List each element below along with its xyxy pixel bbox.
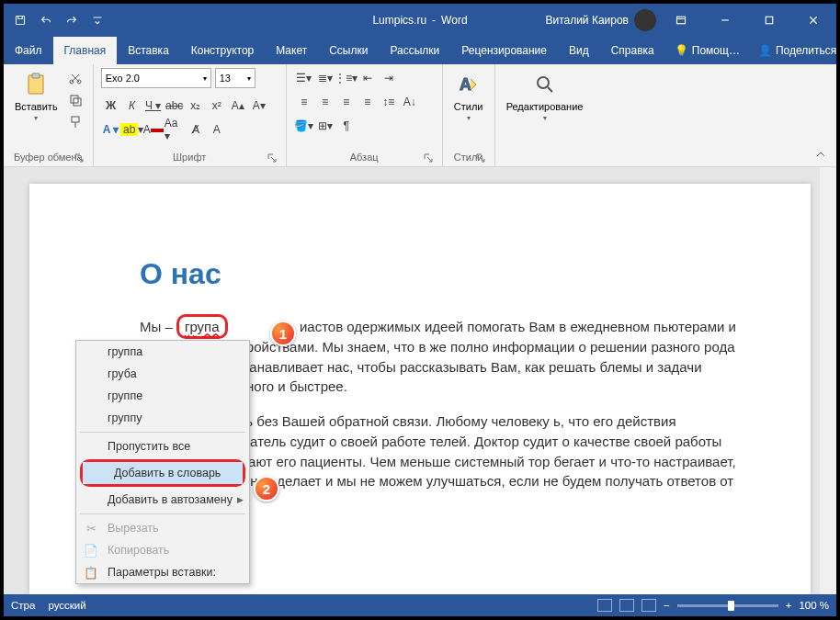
close-button[interactable]: [794, 4, 833, 37]
tab-mailings[interactable]: Рассылки: [379, 37, 450, 64]
svg-rect-4: [32, 73, 40, 78]
tab-review[interactable]: Рецензирование: [450, 37, 558, 64]
add-to-autocorrect-item[interactable]: Добавить в автозамену ▶: [76, 489, 249, 511]
superscript-button[interactable]: x²: [207, 96, 227, 116]
tab-view[interactable]: Вид: [558, 37, 600, 64]
font-color-button[interactable]: A: [143, 119, 164, 140]
quick-access-toolbar: [4, 9, 114, 31]
maximize-button[interactable]: [750, 4, 789, 37]
font-name-combo[interactable]: Exo 2.0▾: [101, 68, 211, 88]
highlight-button[interactable]: ab▾: [122, 119, 142, 140]
autosave-icon[interactable]: [9, 9, 31, 31]
underline-button[interactable]: Ч ▾: [143, 96, 164, 116]
align-left-button[interactable]: ≡: [294, 92, 314, 112]
change-case-button[interactable]: Aa ▾: [165, 119, 185, 140]
zoom-in-button[interactable]: +: [786, 600, 792, 611]
minimize-button[interactable]: [706, 4, 744, 37]
format-painter-icon[interactable]: [65, 112, 85, 132]
paste-button[interactable]: Вставить ▾: [11, 68, 62, 124]
font-size-combo[interactable]: 13▾: [215, 68, 255, 88]
ignore-all-item[interactable]: Пропустить все: [76, 435, 249, 457]
misspelled-word[interactable]: група: [176, 314, 228, 339]
phonetic-guide-button[interactable]: A: [207, 119, 227, 140]
ribbon: Вставить ▾ Буфер обмена Exo 2.0▾ 13▾ Ж К…: [4, 64, 836, 167]
show-marks-button[interactable]: ¶: [336, 116, 357, 136]
decrease-indent-button[interactable]: ⇤: [358, 68, 378, 88]
zoom-out-button[interactable]: −: [664, 600, 670, 611]
tab-home[interactable]: Главная: [53, 37, 118, 64]
shading-button[interactable]: 🪣▾: [294, 116, 314, 136]
vertical-scrollbar[interactable]: [820, 167, 836, 594]
collapse-ribbon-icon[interactable]: [814, 148, 829, 163]
styles-button[interactable]: A Стили ▾: [450, 68, 487, 124]
suggestion-item[interactable]: группа: [76, 341, 249, 363]
zoom-level[interactable]: 100 %: [799, 600, 829, 611]
group-styles: A Стили ▾ Стили: [443, 64, 495, 166]
heading: О нас: [140, 257, 737, 291]
align-right-button[interactable]: ≡: [336, 92, 357, 112]
zoom-slider[interactable]: [677, 604, 778, 607]
copy-icon[interactable]: [65, 90, 85, 110]
title-bar: Lumpics.ru - Word Виталий Каиров: [4, 4, 836, 37]
tell-me-button[interactable]: 💡Помощ…: [665, 37, 749, 64]
read-mode-icon[interactable]: [597, 599, 612, 612]
svg-rect-0: [17, 17, 25, 25]
add-to-dictionary-item[interactable]: Добавить в словарь: [83, 462, 243, 484]
highlighted-menu-item: Добавить в словарь: [80, 459, 245, 487]
web-layout-icon[interactable]: [641, 599, 656, 612]
undo-icon[interactable]: [35, 9, 57, 31]
align-center-button[interactable]: ≡: [315, 92, 335, 112]
app-name: Word: [441, 14, 467, 27]
text-effects-button[interactable]: A ▾: [101, 119, 121, 140]
tab-references[interactable]: Ссылки: [318, 37, 379, 64]
dialog-launcher-icon[interactable]: [74, 153, 84, 163]
print-layout-icon[interactable]: [619, 599, 634, 612]
dialog-launcher-icon[interactable]: [476, 153, 485, 163]
dialog-launcher-icon[interactable]: [424, 153, 433, 163]
numbering-button[interactable]: ≣▾: [315, 68, 335, 88]
dialog-launcher-icon[interactable]: [267, 153, 277, 163]
user-avatar-icon[interactable]: [634, 9, 656, 31]
callout-2: 2: [254, 476, 279, 502]
italic-button[interactable]: К: [122, 96, 142, 116]
bullets-button[interactable]: ☰▾: [294, 68, 314, 88]
group-paragraph: ☰▾ ≣▾ ⋮≡▾ ⇤ ⇥ ≡ ≡ ≡ ≡ ↕≡ A↓ 🪣▾ ⊞▾ ¶ Абза…: [287, 64, 443, 166]
sort-button[interactable]: A↓: [400, 92, 420, 112]
borders-button[interactable]: ⊞▾: [315, 116, 335, 136]
justify-button[interactable]: ≡: [358, 92, 378, 112]
shrink-font-button[interactable]: A▾: [249, 96, 269, 116]
bold-button[interactable]: Ж: [101, 96, 121, 116]
svg-rect-9: [72, 117, 79, 122]
tab-layout[interactable]: Макет: [265, 37, 318, 64]
window-title: Lumpics.ru - Word: [372, 14, 467, 27]
tab-file[interactable]: Файл: [4, 37, 53, 64]
tab-help[interactable]: Справка: [600, 37, 665, 64]
multilevel-list-button[interactable]: ⋮≡▾: [336, 68, 357, 88]
svg-rect-7: [71, 96, 78, 103]
tab-design[interactable]: Конструктор: [180, 37, 265, 64]
ribbon-display-options-icon[interactable]: [662, 4, 700, 37]
editing-button[interactable]: Редактирование ▾: [503, 68, 587, 124]
group-editing: Редактирование ▾: [495, 64, 595, 166]
suggestion-item[interactable]: группу: [76, 407, 249, 429]
paste-options-item[interactable]: 📋 Параметры вставки:: [76, 561, 249, 583]
group-clipboard: Вставить ▾ Буфер обмена: [4, 64, 94, 166]
language-indicator[interactable]: русский: [48, 600, 85, 611]
strikethrough-button[interactable]: abc: [165, 96, 185, 116]
styles-icon: A: [454, 70, 483, 99]
group-label: Стили: [450, 150, 487, 164]
qat-customize-icon[interactable]: [86, 9, 108, 31]
subscript-button[interactable]: x₂: [186, 96, 206, 116]
suggestion-item[interactable]: груба: [76, 363, 249, 385]
page-indicator[interactable]: Стра: [11, 600, 35, 611]
user-name[interactable]: Виталий Каиров: [545, 14, 629, 27]
share-button[interactable]: 👤Поделиться: [749, 37, 840, 64]
clear-formatting-button[interactable]: A̸: [186, 119, 206, 140]
increase-indent-button[interactable]: ⇥: [379, 68, 399, 88]
tab-insert[interactable]: Вставка: [117, 37, 180, 64]
grow-font-button[interactable]: A▴: [228, 96, 248, 116]
line-spacing-button[interactable]: ↕≡: [379, 92, 399, 112]
redo-icon[interactable]: [61, 9, 83, 31]
cut-icon[interactable]: [65, 68, 85, 88]
suggestion-item[interactable]: группе: [76, 385, 249, 407]
